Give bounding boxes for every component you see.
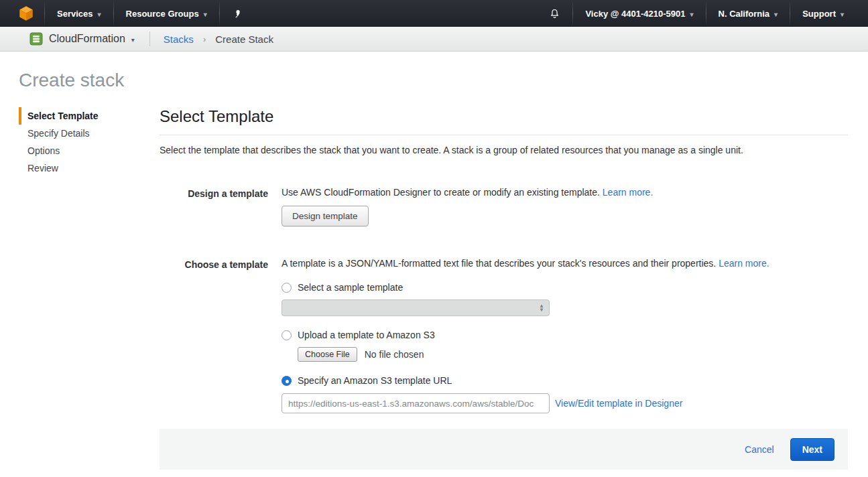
file-status-text: No file chosen [365, 349, 424, 360]
account-menu-label: Vicky @ 4401-4210-5901 [585, 9, 685, 19]
step-select-template[interactable]: Select Template [19, 107, 146, 125]
main-panel: Select Template Select the template that… [160, 107, 848, 413]
aws-logo-icon[interactable] [17, 5, 35, 22]
account-menu[interactable]: Vicky @ 4401-4210-5901 ▾ [573, 0, 705, 27]
support-menu[interactable]: Support ▾ [790, 0, 856, 27]
view-edit-designer-link[interactable]: View/Edit template in Designer [555, 398, 682, 409]
service-navigation-bar: CloudFormation ▾ Stacks › Create Stack [0, 27, 868, 52]
section-description: Select the template that describes the s… [160, 145, 848, 155]
resource-groups-menu[interactable]: Resource Groups ▾ [114, 0, 219, 27]
step-specify-details[interactable]: Specify Details [19, 125, 146, 142]
region-menu-label: N. California [719, 9, 770, 19]
bell-icon [549, 8, 560, 19]
region-menu[interactable]: N. California ▾ [706, 0, 790, 27]
resource-groups-menu-label: Resource Groups [126, 9, 199, 19]
pin-icon [232, 9, 242, 19]
step-options[interactable]: Options [19, 142, 146, 159]
chevron-down-icon: ▾ [131, 36, 135, 44]
design-template-text: Use AWS CloudFormation Designer to creat… [282, 187, 600, 198]
support-menu-label: Support [802, 9, 836, 19]
pinned-shortcuts-button[interactable] [220, 0, 254, 27]
cloudformation-icon [29, 32, 43, 46]
breadcrumb-stacks-link[interactable]: Stacks [164, 33, 194, 45]
design-template-button[interactable]: Design template [282, 206, 369, 226]
notifications-button[interactable] [537, 0, 572, 27]
radio-sample-template[interactable] [282, 283, 292, 293]
radio-s3-url[interactable] [282, 376, 292, 386]
chevron-down-icon: ▾ [204, 11, 207, 18]
step-review[interactable]: Review [19, 159, 146, 177]
chevron-down-icon: ▾ [690, 11, 694, 18]
radio-upload-template[interactable] [282, 330, 292, 340]
chevron-down-icon: ▾ [98, 11, 101, 18]
sample-template-select[interactable]: ▲▼ [282, 299, 550, 316]
wizard-footer: Cancel Next [160, 429, 848, 470]
service-name-label: CloudFormation [49, 33, 125, 45]
cancel-button[interactable]: Cancel [745, 444, 774, 455]
services-menu-label: Services [57, 9, 93, 19]
cloudformation-service-menu[interactable]: CloudFormation ▾ [29, 32, 135, 46]
s3-url-row: View/Edit template in Designer [282, 393, 848, 413]
choose-learn-more-link[interactable]: Learn more. [719, 258, 769, 269]
choose-template-row: Choose a template A template is a JSON/Y… [160, 258, 848, 413]
file-upload-row: Choose File No file chosen [298, 347, 848, 362]
s3-url-input[interactable] [282, 393, 550, 413]
radio-sample-template-label: Select a sample template [298, 282, 403, 293]
chevron-down-icon: ▾ [774, 11, 778, 18]
design-template-label: Design a template [160, 187, 282, 226]
top-navigation-bar: Services ▾ Resource Groups ▾ [0, 0, 868, 27]
page-title: Create stack [19, 70, 124, 91]
choose-template-text: A template is a JSON/YAML-formatted text… [282, 258, 716, 269]
wizard-steps: Select Template Specify Details Options … [19, 107, 146, 177]
radio-s3-url-label: Specify an Amazon S3 template URL [298, 375, 452, 386]
breadcrumb-separator-icon: › [203, 34, 206, 44]
choose-file-button[interactable]: Choose File [298, 347, 357, 362]
select-stepper-icon: ▲▼ [539, 304, 544, 312]
divider [160, 135, 848, 135]
design-template-row: Design a template Use AWS CloudFormation… [160, 187, 848, 226]
next-button[interactable]: Next [790, 438, 834, 461]
design-learn-more-link[interactable]: Learn more. [603, 187, 653, 198]
radio-upload-template-label: Upload a template to Amazon S3 [298, 330, 435, 340]
section-heading: Select Template [160, 107, 848, 126]
divider [149, 31, 150, 46]
chevron-down-icon: ▾ [841, 11, 844, 18]
choose-template-label: Choose a template [160, 258, 282, 413]
services-menu[interactable]: Services ▾ [45, 0, 113, 27]
breadcrumb-current: Create Stack [215, 33, 273, 45]
